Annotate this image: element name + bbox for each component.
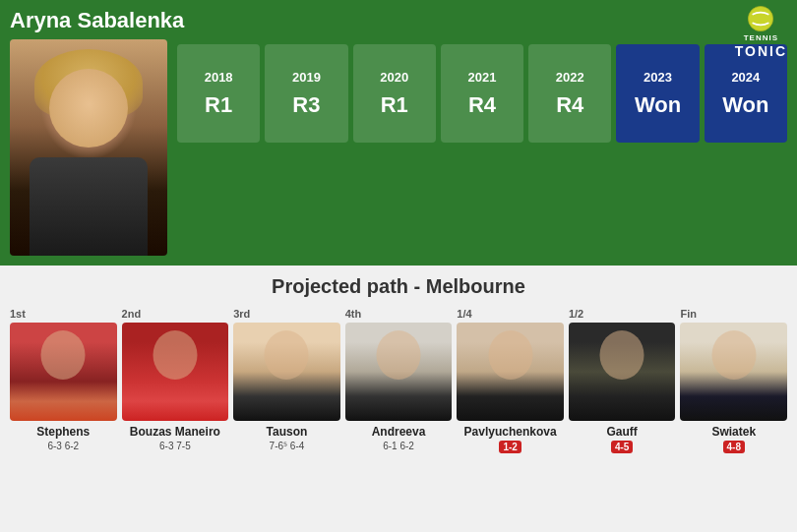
round-label: 1/4 [457, 308, 471, 320]
stat-year: 2023 [644, 70, 672, 85]
stat-result: R3 [292, 92, 320, 118]
player-name: Aryna Sabalenka [10, 8, 184, 33]
opponent-name: Tauson [267, 425, 308, 439]
opponent-photo [233, 323, 340, 421]
opponent-photo [569, 323, 676, 421]
opponent-name: Andreeva [372, 425, 426, 439]
opponent-photo [680, 323, 787, 421]
score-badge: 4-8 [723, 441, 745, 453]
score-text: 6-3 7-5 [159, 441, 191, 451]
tennis-logo: TENNIS TONIC [735, 5, 787, 59]
score-row: 6-1 6-2 [383, 441, 414, 451]
opponent-name: Stephens [36, 425, 90, 439]
score-text: 7-6⁵ 6-4 [270, 441, 305, 451]
score-row: 4-5 [611, 441, 633, 453]
score-text: 6-3 6-2 [47, 441, 79, 451]
score-row: 6-3 6-2 [47, 441, 79, 451]
svg-point-0 [749, 6, 773, 30]
player-card-pavlyuchenkova: 1/4 Pavlyuchenkova1-2 [457, 308, 564, 453]
opponent-name: Bouzas Maneiro [130, 425, 220, 439]
opponent-photo [122, 323, 229, 421]
round-label: 4th [345, 308, 362, 320]
stat-result: Won [635, 92, 681, 118]
projected-title: Projected path - Melbourne [10, 275, 787, 298]
players-row: 1st Stephens6-3 6-22nd Bouzas Maneiro6-3… [10, 308, 787, 453]
stat-cell-2023: 2023 Won [616, 44, 699, 143]
opponent-name: Swiatek [711, 425, 756, 439]
round-label: 1st [10, 308, 26, 320]
player-card-swiatek: Fin Swiatek4-8 [680, 308, 787, 453]
stat-cell-2019: 2019 R3 [265, 44, 347, 143]
opponent-photo [457, 323, 564, 421]
stat-cell-2022: 2022 R4 [528, 44, 611, 143]
player-photo [10, 39, 167, 256]
stat-cell-2024: 2024 Won [705, 44, 787, 143]
logo-area: TENNIS TONIC [735, 5, 787, 59]
score-row: 7-6⁵ 6-4 [270, 441, 305, 451]
score-row: 1-2 [499, 441, 521, 453]
score-badge: 1-2 [499, 441, 521, 453]
score-row: 4-8 [723, 441, 745, 453]
player-card-bouzas-maneiro: 2nd Bouzas Maneiro6-3 7-5 [122, 308, 229, 453]
tennis-ball-icon [747, 5, 774, 32]
stat-year: 2018 [205, 70, 233, 85]
score-row: 6-3 7-5 [159, 441, 191, 451]
logo-top-text: TENNIS [744, 33, 778, 42]
player-card-stephens: 1st Stephens6-3 6-2 [10, 308, 117, 453]
score-badge: 4-5 [611, 441, 633, 453]
stat-cell-2020: 2020 R1 [353, 44, 436, 143]
stat-result: Won [722, 92, 768, 118]
player-card-gauff: 1/2 Gauff4-5 [569, 308, 676, 453]
score-text: 6-1 6-2 [383, 441, 414, 451]
stat-year: 2020 [380, 70, 408, 85]
opponent-name: Pavlyuchenkova [464, 425, 557, 439]
round-label: Fin [680, 308, 697, 320]
stat-year: 2024 [731, 70, 760, 85]
round-label: 2nd [122, 308, 142, 320]
player-card-tauson: 3rd Tauson7-6⁵ 6-4 [233, 308, 340, 453]
stat-year: 2022 [556, 70, 584, 85]
bottom-section: Projected path - Melbourne 1st Stephens6… [0, 266, 797, 532]
stat-cell-2021: 2021 R4 [441, 44, 523, 143]
stat-year: 2019 [292, 70, 321, 85]
opponent-photo [345, 323, 453, 421]
stats-grid: 2018 R1 2019 R3 2020 R1 2021 R4 2022 R4 … [177, 44, 787, 256]
stat-cell-2018: 2018 R1 [177, 44, 260, 143]
opponent-name: Gauff [607, 425, 638, 439]
stat-result: R1 [205, 92, 232, 118]
opponent-photo [10, 323, 117, 421]
round-label: 3rd [233, 308, 250, 320]
stat-result: R1 [381, 92, 408, 118]
player-card-andreeva: 4th Andreeva6-1 6-2 [345, 308, 453, 453]
stat-result: R4 [556, 92, 583, 118]
top-section: Aryna Sabalenka TENNIS TONIC 2018 R1 201… [0, 0, 797, 266]
round-label: 1/2 [569, 308, 583, 320]
stat-year: 2021 [468, 70, 497, 85]
logo-bottom-text: TONIC [735, 43, 787, 59]
stat-result: R4 [468, 92, 496, 118]
